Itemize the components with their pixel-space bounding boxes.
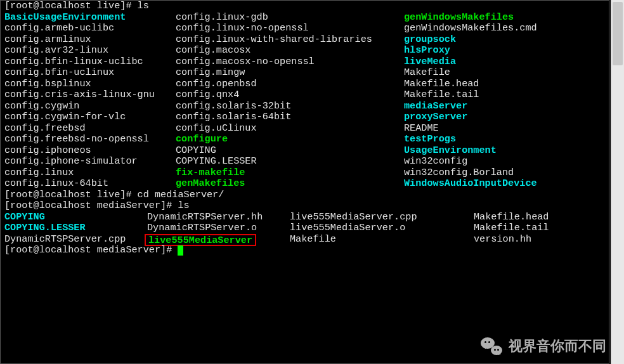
list-item: config.solaris-64bit (176, 112, 404, 123)
list-item: DynamicRTSPServer.cpp (4, 234, 147, 245)
list-item: config.openbsd (176, 79, 404, 90)
list-item: win32config.Borland (404, 167, 514, 179)
list-item: genMakefiles (176, 178, 404, 190)
list-row: config.cris-axis-linux-gnuconfig.qnx4Mak… (4, 89, 605, 101)
prompt-line-active[interactable]: [root@localhost mediaServer]# (4, 245, 605, 256)
wechat-icon (481, 337, 502, 355)
list-item: config.cris-axis-linux-gnu (4, 89, 176, 101)
list-item: config.linux-with-shared-libraries (176, 34, 404, 46)
list-item: genWindowsMakefiles.cmd (404, 23, 537, 34)
list-item: UsageEnvironment (404, 145, 497, 157)
scrollbar-thumb[interactable] (613, 2, 623, 65)
list-row: config.iphoneosCOPYINGUsageEnvironment (4, 145, 605, 157)
list-item: COPYING (176, 145, 404, 157)
list-item: config.linux (4, 167, 176, 179)
prompt-line: [root@localhost live]# ls (4, 1, 605, 12)
list-item: Makefile (404, 67, 450, 79)
list-item: config.freebsd-no-openssl (4, 134, 176, 145)
list-item: config.mingw (176, 67, 404, 79)
list-item: config.avr32-linux (4, 45, 176, 56)
list-item: groupsock (404, 34, 456, 46)
list-row: config.bfin-linux-uclibcconfig.macosx-no… (4, 56, 605, 68)
list-item: Makefile.tail (474, 223, 549, 234)
list-item: Makefile.head (474, 212, 549, 223)
list-item: fix-makefile (176, 167, 404, 179)
watermark: 视界音你而不同 (481, 337, 606, 355)
list-row: config.freebsd-no-opensslconfiguretestPr… (4, 134, 605, 145)
list-item: live555MediaServer.o (290, 223, 474, 234)
list-item: config.cygwin-for-vlc (4, 112, 176, 123)
list-item: Makefile (290, 234, 474, 245)
list-item: Makefile.tail (404, 89, 479, 101)
list-item: DynamicRTSPServer.o (147, 223, 290, 234)
list-row: config.bsplinuxconfig.openbsdMakefile.he… (4, 79, 605, 90)
list-item: hlsProxy (404, 45, 450, 56)
list-row: BasicUsageEnvironmentconfig.linux-gdbgen… (4, 12, 605, 23)
list-item: configure (176, 134, 404, 145)
list-row: config.cygwin-for-vlcconfig.solaris-64bi… (4, 112, 605, 123)
list-item: DynamicRTSPServer.hh (147, 212, 290, 223)
list-row: config.armlinuxconfig.linux-with-shared-… (4, 34, 605, 46)
list-item: testProgs (404, 134, 456, 145)
list-item: README (404, 123, 439, 134)
list-item: mediaServer (404, 101, 467, 112)
list-item: config.macosx-no-openssl (176, 56, 404, 68)
list-item: live555MediaServer (147, 234, 290, 245)
list-item: live555MediaServer.cpp (290, 212, 474, 223)
list-item: config.linux-64bit (4, 178, 176, 190)
list-item: BasicUsageEnvironment (4, 12, 176, 23)
list-row: config.linuxfix-makefilewin32config.Borl… (4, 167, 605, 179)
list-item: config.bsplinux (4, 79, 176, 90)
list-row: config.freebsdconfig.uClinuxREADME (4, 123, 605, 134)
list-item: version.hh (474, 234, 531, 245)
list-item: config.armeb-uclibc (4, 23, 176, 34)
cursor-icon (178, 245, 183, 256)
list-item: config.cygwin (4, 101, 176, 112)
list-item: COPYING.LESSER (176, 156, 404, 167)
prompt-line: [root@localhost live]# cd mediaServer/ (4, 190, 605, 201)
list-item: config.freebsd (4, 123, 176, 134)
list-item: config.bfin-uclinux (4, 67, 176, 79)
list-item: Makefile.head (404, 79, 479, 90)
list-item: COPYING (4, 212, 147, 223)
list-row: DynamicRTSPServer.cpplive555MediaServerM… (4, 234, 605, 245)
list-row: COPYINGDynamicRTSPServer.hhlive555MediaS… (4, 212, 605, 223)
list-item: proxyServer (404, 112, 467, 123)
list-item: WindowsAudioInputDevice (404, 178, 537, 190)
list-item: liveMedia (404, 56, 456, 68)
ls-output-mediaserver: COPYINGDynamicRTSPServer.hhlive555MediaS… (4, 212, 605, 245)
vertical-scrollbar[interactable] (611, 0, 624, 364)
list-item: config.armlinux (4, 34, 176, 46)
list-item: config.macosx (176, 45, 404, 56)
list-row: config.bfin-uclinuxconfig.mingwMakefile (4, 67, 605, 79)
list-row: config.avr32-linuxconfig.macosxhlsProxy (4, 45, 605, 56)
list-row: config.armeb-uclibcconfig.linux-no-opens… (4, 23, 605, 34)
prompt-line: [root@localhost mediaServer]# ls (4, 200, 605, 212)
watermark-text: 视界音你而不同 (509, 341, 606, 352)
list-row: config.iphone-simulatorCOPYING.LESSERwin… (4, 156, 605, 167)
ls-output-live: BasicUsageEnvironmentconfig.linux-gdbgen… (4, 12, 605, 190)
list-item: config.solaris-32bit (176, 101, 404, 112)
list-item: genWindowsMakefiles (404, 12, 514, 23)
list-row: config.linux-64bitgenMakefilesWindowsAud… (4, 178, 605, 190)
list-item: win32config (404, 156, 467, 167)
list-row: COPYING.LESSERDynamicRTSPServer.olive555… (4, 223, 605, 234)
list-item: config.linux-gdb (176, 12, 404, 23)
list-item: COPYING.LESSER (4, 223, 147, 234)
terminal-window[interactable]: [root@localhost live]# ls BasicUsageEnvi… (0, 0, 609, 364)
list-item: config.iphone-simulator (4, 156, 176, 167)
list-row: config.cygwinconfig.solaris-32bitmediaSe… (4, 101, 605, 112)
list-item: config.qnx4 (176, 89, 404, 101)
list-item: config.bfin-linux-uclibc (4, 56, 176, 68)
list-item: config.uClinux (176, 123, 404, 134)
list-item: config.iphoneos (4, 145, 176, 157)
list-item: config.linux-no-openssl (176, 23, 404, 34)
